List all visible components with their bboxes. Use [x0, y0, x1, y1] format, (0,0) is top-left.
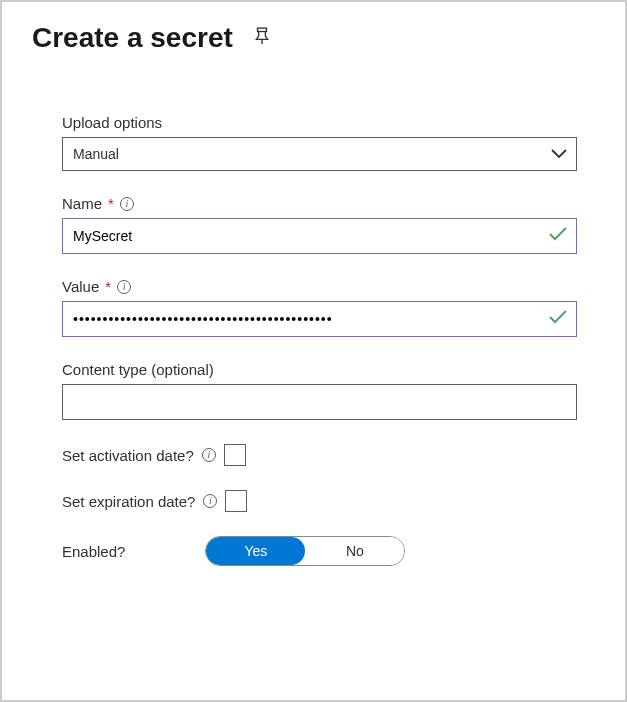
- enabled-yes-button[interactable]: Yes: [206, 537, 305, 565]
- upload-options-label: Upload options: [62, 114, 577, 131]
- info-icon[interactable]: i: [203, 494, 217, 508]
- info-icon[interactable]: i: [117, 280, 131, 294]
- enabled-label: Enabled?: [62, 543, 125, 560]
- expiration-date-checkbox[interactable]: [225, 490, 247, 512]
- page-header: Create a secret: [32, 22, 595, 54]
- value-input[interactable]: [62, 301, 577, 337]
- expiration-date-row: Set expiration date? i: [62, 490, 577, 512]
- required-indicator: *: [108, 195, 114, 212]
- info-icon[interactable]: i: [202, 448, 216, 462]
- activation-date-label: Set activation date?: [62, 447, 194, 464]
- pin-icon[interactable]: [253, 27, 271, 49]
- content-type-label: Content type (optional): [62, 361, 577, 378]
- upload-options-select[interactable]: Manual: [62, 137, 577, 171]
- svg-rect-0: [257, 28, 266, 31]
- required-indicator: *: [105, 278, 111, 295]
- enabled-toggle: Yes No: [205, 536, 405, 566]
- name-label: Name * i: [62, 195, 577, 212]
- upload-options-value: Manual: [62, 137, 577, 171]
- expiration-date-label: Set expiration date?: [62, 493, 195, 510]
- value-label: Value * i: [62, 278, 577, 295]
- enabled-row: Enabled? Yes No: [62, 536, 577, 566]
- create-secret-form: Upload options Manual Name * i Value * i…: [32, 114, 595, 566]
- enabled-no-button[interactable]: No: [305, 537, 404, 565]
- name-input[interactable]: [62, 218, 577, 254]
- activation-date-row: Set activation date? i: [62, 444, 577, 466]
- activation-date-checkbox[interactable]: [224, 444, 246, 466]
- page-title: Create a secret: [32, 22, 233, 54]
- info-icon[interactable]: i: [120, 197, 134, 211]
- content-type-input[interactable]: [62, 384, 577, 420]
